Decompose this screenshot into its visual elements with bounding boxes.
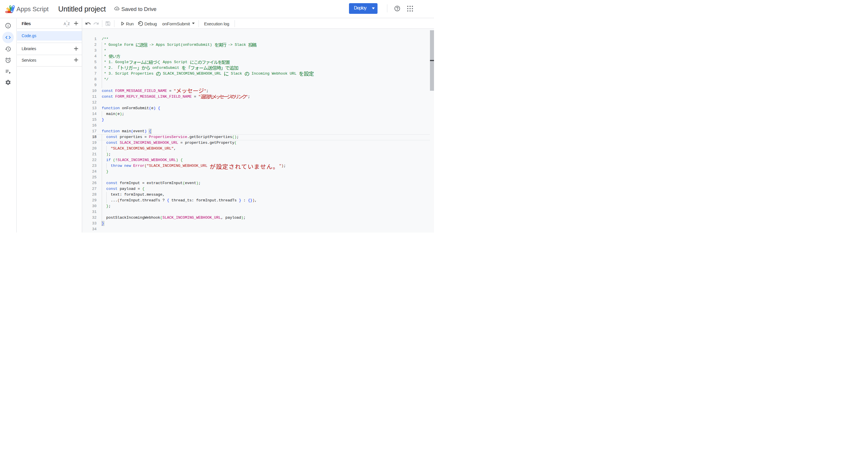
svg-text:Z: Z [68,22,70,26]
svg-text:A: A [64,22,66,26]
